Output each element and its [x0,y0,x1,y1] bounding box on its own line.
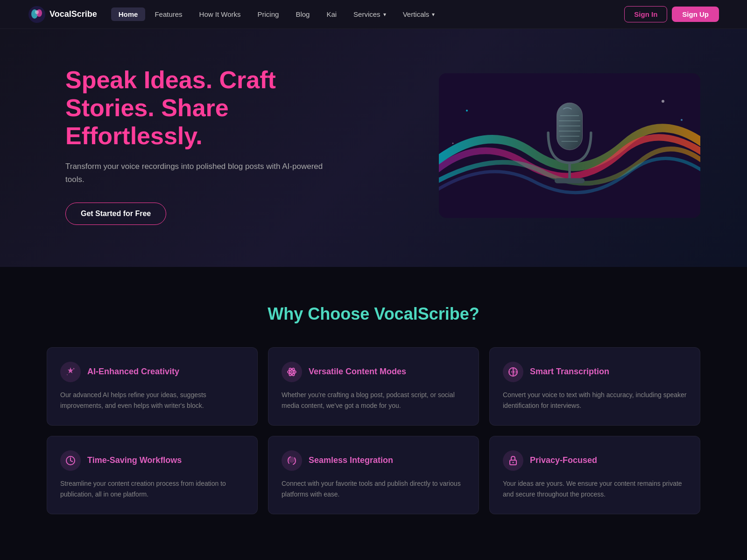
hero-headline: Speak Ideas. Craft Stories. Share Effort… [65,66,327,150]
transcription-icon [503,362,523,382]
hero-image-bg [439,73,700,218]
svg-rect-9 [557,103,583,150]
svg-point-23 [291,371,293,373]
nav-features[interactable]: Features [147,7,190,21]
feature-card-integration: Seamless Integration Connect with your f… [268,436,479,514]
ai-creativity-icon [60,362,81,382]
integration-title: Seamless Integration [309,455,393,465]
svg-point-5 [466,110,468,112]
feature-header-transcription: Smart Transcription [503,362,687,382]
svg-rect-17 [555,178,585,183]
content-modes-title: Versatile Content Modes [309,367,406,377]
nav-blog[interactable]: Blog [288,7,317,21]
transcription-title: Smart Transcription [530,367,609,377]
services-chevron-icon: ▾ [383,11,386,18]
feature-header-workflows: Time-Saving Workflows [60,450,244,471]
logo-icon [28,6,46,23]
hero-image [439,73,700,218]
brand-logo[interactable]: VocalScribe [28,6,97,23]
transcription-desc: Convert your voice to text with high acc… [503,390,687,411]
workflows-icon [60,450,81,471]
privacy-desc: Your ideas are yours. We ensure your con… [503,478,687,500]
svg-point-6 [662,100,664,103]
privacy-title: Privacy-Focused [530,455,597,465]
cta-button[interactable]: Get Started for Free [65,203,166,225]
feature-header-ai: AI-Enhanced Creativity [60,362,244,382]
workflows-title: Time-Saving Workflows [87,455,182,465]
feature-card-privacy: Privacy-Focused Your ideas are yours. We… [489,436,700,514]
ai-creativity-desc: Our advanced AI helps refine your ideas,… [60,390,244,411]
feature-card-ai-creativity: AI-Enhanced Creativity Our advanced AI h… [47,347,258,426]
nav-actions: Sign In Sign Up [624,6,719,22]
nav-home[interactable]: Home [111,7,146,21]
svg-point-8 [452,142,454,144]
svg-point-27 [513,462,514,463]
nav-verticals[interactable]: Verticals ▾ [395,7,443,21]
microphone-icon [528,94,612,197]
privacy-icon [503,450,523,471]
feature-header-integration: Seamless Integration [282,450,465,471]
nav-services[interactable]: Services ▾ [346,7,394,21]
brand-name: VocalScribe [49,9,97,19]
svg-point-18 [73,368,75,369]
nav-how-it-works[interactable]: How It Works [192,7,248,21]
svg-point-7 [681,119,683,121]
integration-desc: Connect with your favorite tools and pub… [282,478,465,500]
signin-button[interactable]: Sign In [624,6,667,22]
nav-pricing[interactable]: Pricing [250,7,287,21]
verticals-chevron-icon: ▾ [432,11,435,18]
discover-section: Discover All Features [0,552,747,560]
workflows-desc: Streamline your content creation process… [60,478,244,500]
content-modes-icon [282,362,302,382]
integration-icon [282,450,302,471]
signup-button[interactable]: Sign Up [672,7,719,22]
feature-card-workflows: Time-Saving Workflows Streamline your co… [47,436,258,514]
svg-point-3 [35,10,39,14]
feature-card-content-modes: Versatile Content Modes Whether you're c… [268,347,479,426]
why-section: Why Choose VocalScribe? AI-Enhanced Crea… [0,267,747,552]
features-grid: AI-Enhanced Creativity Our advanced AI h… [47,347,700,514]
svg-point-19 [67,374,68,375]
hero-content: Speak Ideas. Craft Stories. Share Effort… [65,66,327,225]
feature-header-content: Versatile Content Modes [282,362,465,382]
navbar: VocalScribe Home Features How It Works P… [0,0,747,29]
content-modes-desc: Whether you're crafting a blog post, pod… [282,390,465,411]
nav-links: Home Features How It Works Pricing Blog … [111,7,625,21]
ai-creativity-title: AI-Enhanced Creativity [87,367,179,377]
feature-header-privacy: Privacy-Focused [503,450,687,471]
why-title: Why Choose VocalScribe? [47,304,700,324]
hero-section: Speak Ideas. Craft Stories. Share Effort… [0,29,747,267]
hero-subtitle: Transform your voice recordings into pol… [65,160,327,185]
nav-kai[interactable]: Kai [319,7,344,21]
feature-card-transcription: Smart Transcription Convert your voice t… [489,347,700,426]
